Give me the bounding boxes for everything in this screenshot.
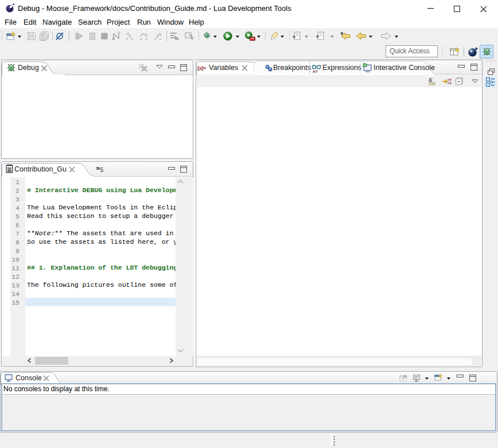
svg-text:x=: x=	[313, 69, 318, 73]
svg-text:K: K	[428, 77, 433, 83]
